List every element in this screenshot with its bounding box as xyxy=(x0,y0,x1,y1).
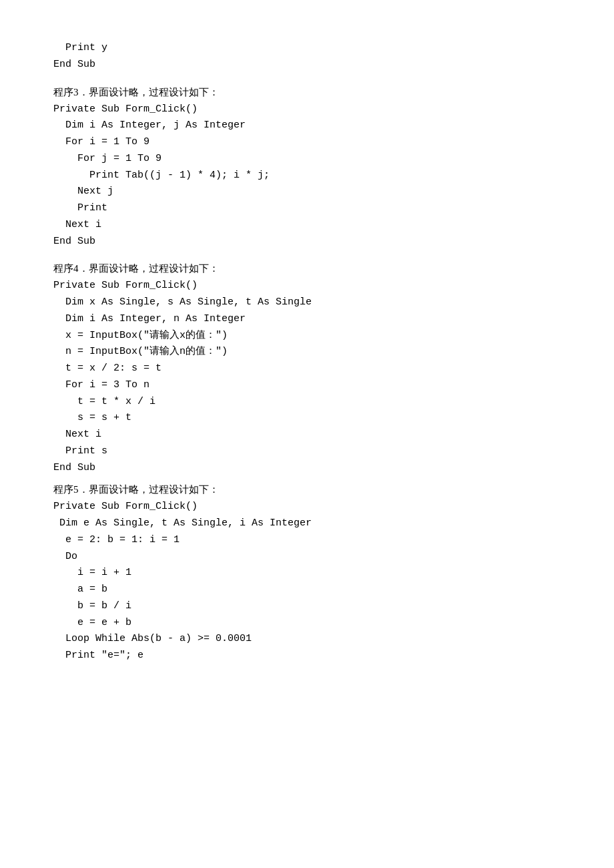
page-content: Print y End Sub 程序3．界面设计略，过程设计如下： Privat… xyxy=(53,40,561,664)
program-4-code: Private Sub Form_Click() Dim x As Single… xyxy=(53,278,561,476)
intro-tail-section: Print y End Sub xyxy=(53,40,561,73)
program-4-section: 程序4．界面设计略，过程设计如下： Private Sub Form_Click… xyxy=(53,260,561,476)
program-5-code: Private Sub Form_Click() Dim e As Single… xyxy=(53,499,561,664)
program-5-section: 程序5．界面设计略，过程设计如下： Private Sub Form_Click… xyxy=(53,481,561,664)
intro-tail-code: Print y End Sub xyxy=(53,40,561,73)
program-3-section: 程序3．界面设计略，过程设计如下： Private Sub Form_Click… xyxy=(53,84,561,250)
program-4-header: 程序4．界面设计略，过程设计如下： xyxy=(53,260,561,276)
program-5-header: 程序5．界面设计略，过程设计如下： xyxy=(53,481,561,497)
program-3-header: 程序3．界面设计略，过程设计如下： xyxy=(53,84,561,100)
program-3-code: Private Sub Form_Click() Dim i As Intege… xyxy=(53,101,561,250)
